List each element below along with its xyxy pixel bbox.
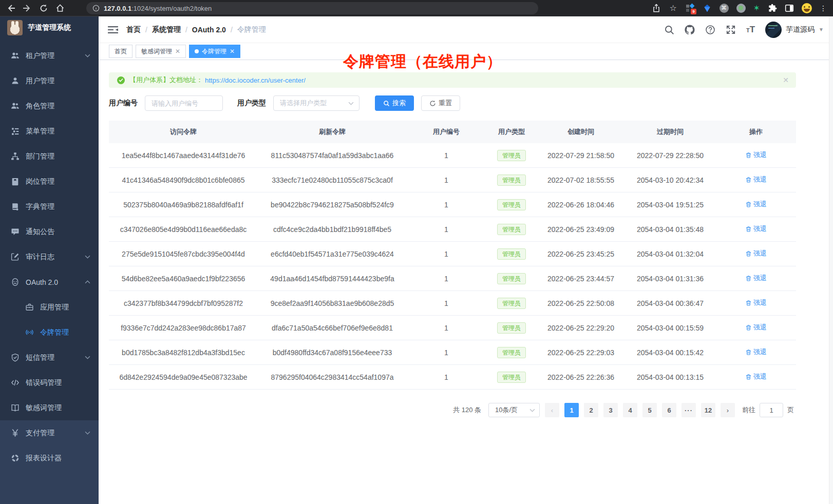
total-count: 共 120 条 — [453, 405, 481, 415]
user-id-cell: 1 — [407, 324, 486, 332]
sidebar-item-oauth2[interactable]: OAuth 2.0 — [0, 269, 99, 295]
force-logout-button[interactable]: 强退 — [745, 372, 767, 381]
force-logout-button[interactable]: 强退 — [745, 249, 767, 258]
sidebar-item-user[interactable]: 用户管理 — [0, 68, 99, 93]
extension-badge: 9 — [691, 9, 696, 14]
yen-icon — [10, 429, 20, 438]
command-extension-icon[interactable]: ⌘ — [720, 4, 729, 13]
more-pages-button[interactable]: ··· — [681, 403, 696, 417]
force-logout-button[interactable]: 强退 — [745, 224, 767, 234]
sidebar-item-error-code[interactable]: 错误码管理 — [0, 370, 99, 395]
sidebar-item-sensitive-word[interactable]: 敏感词管理 — [0, 395, 99, 420]
sidebar-item-menu[interactable]: 菜单管理 — [0, 119, 99, 144]
home-icon[interactable] — [55, 4, 65, 13]
breadcrumb-item[interactable]: 系统管理 — [152, 25, 181, 34]
app-logo-row[interactable]: 芋道管理系统 — [0, 16, 99, 39]
back-icon[interactable] — [6, 4, 15, 13]
user-id-cell: 1 — [407, 373, 486, 381]
address-bar[interactable]: 127.0.0.1:1024/system/oauth2/token — [86, 2, 538, 14]
sidebar-item-dept[interactable]: 部门管理 — [0, 144, 99, 169]
tab-敏感词管理[interactable]: 敏感词管理✕ — [136, 45, 186, 58]
tab-令牌管理[interactable]: 令牌管理✕ — [189, 45, 240, 58]
bookmark-star-icon[interactable]: ☆ — [669, 4, 678, 13]
profile-avatar-icon[interactable] — [802, 3, 812, 13]
user-menu[interactable]: 芋道源码 ▼ — [765, 22, 824, 38]
page-button-12[interactable]: 12 — [701, 403, 715, 417]
recorder-extension-icon[interactable] — [736, 4, 746, 13]
user-type-select[interactable]: 请选择用户类型 — [273, 95, 359, 111]
search-icon[interactable] — [664, 25, 674, 35]
force-logout-button[interactable]: 强退 — [745, 150, 767, 160]
sidebar-split-icon[interactable] — [785, 4, 794, 13]
alert-close-icon[interactable]: ✕ — [783, 76, 789, 84]
sidebar-item-sms[interactable]: 短信管理 — [0, 345, 99, 370]
column-header: 用户编号 — [407, 127, 486, 137]
breadcrumb-item[interactable]: OAuth 2.0 — [192, 26, 226, 34]
sidebar-item-label: 通知公告 — [26, 227, 54, 237]
refresh-token-cell: 811c530487574fa0af1a59d3abc1aa66 — [258, 151, 407, 160]
page-scrollbar[interactable] — [829, 16, 833, 504]
force-logout-button[interactable]: 强退 — [745, 298, 767, 307]
page-button-6[interactable]: 6 — [662, 403, 676, 417]
share-icon[interactable] — [652, 4, 661, 13]
tab-close-icon[interactable]: ✕ — [230, 48, 235, 55]
page-button-2[interactable]: 2 — [584, 403, 598, 417]
breadcrumb-separator: / — [231, 26, 233, 34]
help-icon[interactable] — [705, 25, 715, 35]
sidebar-item-tenant[interactable]: 租户管理 — [0, 43, 99, 68]
doc-link[interactable]: https://doc.iocoder.cn/user-center/ — [205, 76, 306, 84]
font-size-icon[interactable]: TT — [746, 25, 755, 35]
green-star-extension-icon[interactable]: ✶ — [753, 4, 760, 13]
force-logout-button[interactable]: 强退 — [745, 323, 767, 332]
page-button-1[interactable]: 1 — [564, 403, 579, 417]
user-type-badge: 管理员 — [497, 273, 526, 284]
force-logout-button[interactable]: 强退 — [745, 274, 767, 283]
sidebar-item-report-designer[interactable]: 报表设计器 — [0, 445, 99, 471]
created-time-cell: 2022-06-25 23:44:57 — [537, 275, 624, 283]
user-id-input[interactable] — [145, 95, 223, 111]
user-type-cell: 管理员 — [486, 347, 537, 358]
sidebar-item-notice[interactable]: 通知公告 — [0, 219, 99, 244]
trash-icon — [745, 275, 752, 282]
sidebar-item-post[interactable]: 岗位管理 — [0, 169, 99, 194]
goto-page-input[interactable] — [760, 403, 783, 417]
chrome-menu-icon[interactable]: ⋮ — [820, 4, 827, 12]
tab-close-icon[interactable]: ✕ — [175, 48, 180, 55]
gem-extension-icon[interactable] — [703, 4, 712, 13]
page-button-5[interactable]: 5 — [642, 403, 657, 417]
sidebar-item-role[interactable]: 角色管理 — [0, 93, 99, 119]
chevron-down-icon — [85, 255, 90, 259]
force-logout-button[interactable]: 强退 — [745, 175, 767, 184]
refresh-token-cell: 333ecfc71e02480cb11055c875c3ca0f — [258, 176, 407, 184]
page-button-4[interactable]: 4 — [623, 403, 637, 417]
user-id-cell: 1 — [407, 225, 486, 234]
force-logout-button[interactable]: 强退 — [745, 200, 767, 209]
page-button-3[interactable]: 3 — [603, 403, 618, 417]
fullscreen-icon[interactable] — [726, 25, 736, 35]
tab-首页[interactable]: 首页 — [109, 45, 132, 58]
prev-page-button[interactable]: ‹ — [545, 403, 559, 417]
actions-cell: 强退 — [716, 200, 796, 209]
collapse-sidebar-icon[interactable] — [108, 26, 118, 34]
extension-blocks-icon[interactable]: 9 — [686, 4, 695, 13]
sidebar-item-audit-log[interactable]: 审计日志 — [0, 244, 99, 269]
user-id-cell: 1 — [407, 176, 486, 184]
reset-button[interactable]: 重置 — [421, 95, 460, 111]
github-icon[interactable] — [685, 25, 695, 35]
forward-icon[interactable] — [23, 4, 32, 13]
page-size-select[interactable]: 10条/页 — [488, 403, 540, 417]
site-info-icon[interactable] — [92, 5, 100, 12]
reload-icon[interactable] — [39, 4, 48, 13]
search-button[interactable]: 搜索 — [375, 95, 414, 111]
sidebar-item-oauth2-token[interactable]: 令牌管理 — [0, 320, 99, 345]
sidebar-item-dict[interactable]: 字典管理 — [0, 194, 99, 219]
next-page-button[interactable]: › — [721, 403, 735, 417]
breadcrumb-item[interactable]: 首页 — [126, 25, 141, 34]
sidebar-item-payment[interactable]: 支付管理 — [0, 420, 99, 445]
tab-label: 首页 — [115, 47, 127, 56]
sidebar-item-oauth2-app[interactable]: 应用管理 — [0, 295, 99, 320]
table-row: c342377bf8b344799dcbf7bf095287f29ce8ef2a… — [109, 291, 796, 316]
force-logout-button[interactable]: 强退 — [745, 347, 767, 357]
puzzle-extensions-icon[interactable] — [768, 4, 777, 13]
tags-view-bar: 首页敏感词管理✕令牌管理✕ — [99, 43, 833, 60]
